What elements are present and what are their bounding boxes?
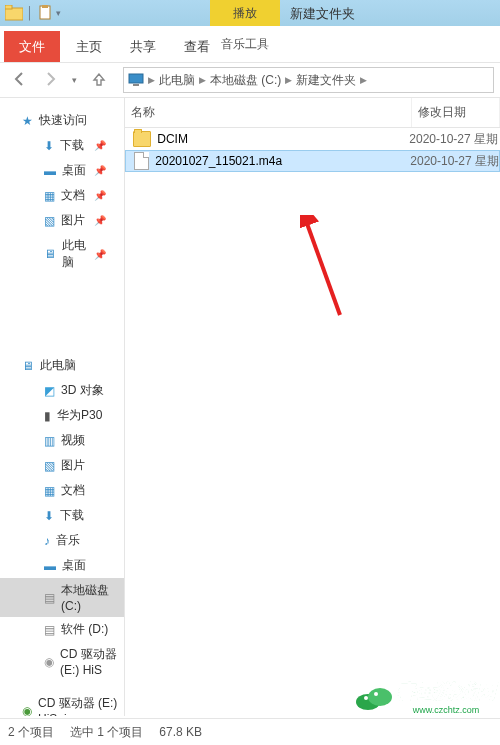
sidebar-item-label: CD 驱动器 (E:) HiSui — [38, 695, 124, 716]
sidebar-downloads-2[interactable]: ⬇ 下载 — [0, 503, 124, 528]
pin-icon: 📌 — [94, 140, 106, 151]
status-size: 67.8 KB — [159, 725, 202, 739]
sidebar-item-label: 下载 — [60, 137, 84, 154]
sidebar-documents-2[interactable]: ▦ 文档 — [0, 478, 124, 503]
star-icon: ★ — [22, 114, 33, 128]
svg-rect-5 — [133, 84, 139, 86]
svg-rect-3 — [42, 5, 48, 8]
sidebar-drive-d[interactable]: ▤ 软件 (D:) — [0, 617, 124, 642]
sidebar-item-label: 此电脑 — [40, 357, 76, 374]
context-tab-header: 播放 — [210, 0, 280, 26]
sidebar-phone[interactable]: ▮ 华为P30 — [0, 403, 124, 428]
file-date: 2020-10-27 星期 — [410, 153, 499, 170]
watermark-logo-icon — [354, 682, 394, 712]
svg-rect-0 — [5, 8, 23, 20]
breadcrumb-item[interactable]: 新建文件夹▶ — [296, 72, 367, 89]
pin-icon: 📌 — [94, 215, 106, 226]
sidebar-quick-access[interactable]: ★ 快速访问 — [0, 108, 124, 133]
sidebar-item-label: 3D 对象 — [61, 382, 104, 399]
pictures-icon: ▧ — [44, 214, 55, 228]
drive-icon: ▤ — [44, 591, 55, 605]
svg-rect-4 — [129, 74, 143, 83]
svg-rect-1 — [5, 5, 12, 9]
folder-app-icon — [5, 5, 23, 21]
status-item-count: 2 个项目 — [8, 724, 54, 741]
nav-up-button[interactable] — [85, 66, 113, 95]
qat-dropdown-icon[interactable]: ▾ — [56, 8, 61, 18]
desktop-icon: ▬ — [44, 164, 56, 178]
pictures-icon: ▧ — [44, 459, 55, 473]
pin-icon: 📌 — [94, 249, 106, 260]
sidebar-item-label: 视频 — [61, 432, 85, 449]
column-headers: 名称 修改日期 — [125, 98, 500, 128]
sidebar-drive-c[interactable]: ▤ 本地磁盘 (C:) — [0, 578, 124, 617]
sidebar-this-pc[interactable]: 🖥 此电脑 — [0, 353, 124, 378]
file-date: 2020-10-27 星期 — [409, 131, 500, 148]
sidebar-desktop-2[interactable]: ▬ 桌面 — [0, 553, 124, 578]
pc-icon: 🖥 — [22, 359, 34, 373]
sidebar-item-label: 文档 — [61, 482, 85, 499]
pc-icon: 🖥 — [44, 247, 56, 261]
sidebar-videos[interactable]: ▥ 视频 — [0, 428, 124, 453]
watermark: 春蚕游戏网 www.czchtz.com — [350, 676, 500, 717]
sidebar-item-label: 图片 — [61, 457, 85, 474]
sidebar-item-label: 快速访问 — [39, 112, 87, 129]
file-name: 20201027_115021.m4a — [155, 154, 282, 168]
sidebar-pictures-2[interactable]: ▧ 图片 — [0, 453, 124, 478]
breadcrumb-item[interactable]: 本地磁盘 (C:)▶ — [210, 72, 292, 89]
status-selection: 选中 1 个项目 — [70, 724, 143, 741]
nav-recent-dropdown[interactable]: ▾ — [66, 70, 83, 90]
cube-icon: ◩ — [44, 384, 55, 398]
folder-icon — [133, 131, 151, 147]
address-bar[interactable]: ▶ 此电脑▶ 本地磁盘 (C:)▶ 新建文件夹▶ — [123, 67, 494, 93]
watermark-text-cn: 春蚕游戏网 — [396, 680, 496, 702]
qat-clipboard-icon[interactable] — [37, 5, 53, 21]
svg-point-8 — [368, 688, 392, 706]
context-tab[interactable]: 音乐工具 — [210, 26, 280, 62]
sidebar-drive-e-cd-2[interactable]: ◉ CD 驱动器 (E:) HiSui — [0, 691, 124, 716]
download-icon: ⬇ — [44, 139, 54, 153]
sidebar-item-label: 图片 — [61, 212, 85, 229]
document-icon: ▦ — [44, 484, 55, 498]
sidebar-item-label: 文档 — [61, 187, 85, 204]
file-list-pane: 名称 修改日期 DCIM 2020-10-27 星期 20201027_1150… — [125, 98, 500, 716]
download-icon: ⬇ — [44, 509, 54, 523]
nav-back-button[interactable] — [6, 66, 34, 95]
pc-icon — [128, 73, 144, 87]
sidebar-downloads[interactable]: ⬇ 下载 📌 — [0, 133, 124, 158]
sidebar-item-label: 桌面 — [62, 557, 86, 574]
svg-point-10 — [374, 692, 378, 696]
file-row[interactable]: 20201027_115021.m4a 2020-10-27 星期 — [125, 150, 500, 172]
drive-icon: ▤ — [44, 623, 55, 637]
pin-icon: 📌 — [94, 190, 106, 201]
sidebar-3d-objects[interactable]: ◩ 3D 对象 — [0, 378, 124, 403]
nav-forward-button[interactable] — [36, 66, 64, 95]
column-date[interactable]: 修改日期 — [412, 98, 500, 127]
qat-divider-icon: │ — [26, 6, 34, 20]
sidebar-item-label: CD 驱动器 (E:) HiS — [60, 646, 124, 677]
file-name: DCIM — [157, 132, 188, 146]
navigation-pane: ★ 快速访问 ⬇ 下载 📌 ▬ 桌面 📌 ▦ 文档 📌 ▧ 图片 📌 🖥 此电脑… — [0, 98, 125, 716]
sidebar-this-pc-pinned[interactable]: 🖥 此电脑 📌 — [0, 233, 124, 275]
sidebar-music[interactable]: ♪ 音乐 — [0, 528, 124, 553]
sidebar-pictures[interactable]: ▧ 图片 📌 — [0, 208, 124, 233]
tab-home[interactable]: 主页 — [62, 31, 116, 62]
watermark-text-en: www.czchtz.com — [396, 705, 496, 715]
sidebar-desktop[interactable]: ▬ 桌面 📌 — [0, 158, 124, 183]
file-tab[interactable]: 文件 — [4, 31, 60, 62]
breadcrumb-item[interactable]: 此电脑▶ — [159, 72, 206, 89]
tab-share[interactable]: 共享 — [116, 31, 170, 62]
file-row[interactable]: DCIM 2020-10-27 星期 — [125, 128, 500, 150]
sidebar-drive-e-cd[interactable]: ◉ CD 驱动器 (E:) HiS — [0, 642, 124, 681]
chevron-right-icon[interactable]: ▶ — [148, 75, 155, 85]
sidebar-item-label: 音乐 — [56, 532, 80, 549]
pin-icon: 📌 — [94, 165, 106, 176]
svg-point-9 — [364, 696, 368, 700]
sidebar-item-label: 此电脑 — [62, 237, 88, 271]
sidebar-documents[interactable]: ▦ 文档 📌 — [0, 183, 124, 208]
video-icon: ▥ — [44, 434, 55, 448]
status-bar: 2 个项目 选中 1 个项目 67.8 KB — [0, 718, 500, 745]
column-name[interactable]: 名称 — [125, 98, 412, 127]
sidebar-item-label: 软件 (D:) — [61, 621, 108, 638]
sidebar-blank-area — [14, 279, 110, 349]
